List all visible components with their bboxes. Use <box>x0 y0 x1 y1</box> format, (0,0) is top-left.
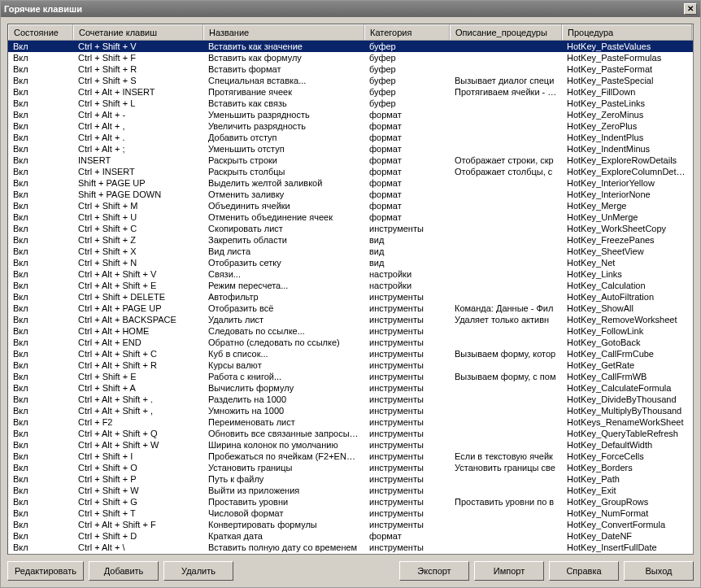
table-row[interactable]: ВклCtrl + Shift + CСкопировать листинстр… <box>8 223 693 234</box>
cell: HotKey_Borders <box>562 462 692 473</box>
table-row[interactable]: ВклCtrl + Shift + PПуть к файлуинструмен… <box>8 473 693 485</box>
table-row[interactable]: ВклCtrl + Shift + TЧисловой форматинстру… <box>8 507 693 519</box>
col-desc[interactable]: Описание_процедуры <box>450 24 562 40</box>
table-row[interactable]: ВклCtrl + Alt + \Вставить полную дату со… <box>8 542 693 553</box>
delete-button[interactable]: Удалить <box>163 561 233 581</box>
table-row[interactable]: ВклCtrl + Shift + LВставить как связьбуф… <box>8 98 693 109</box>
cell <box>450 109 562 120</box>
edit-button[interactable]: Редактировать <box>7 561 84 581</box>
table-row[interactable]: ВклCtrl + Shift + NОтобразить сеткувидHo… <box>8 257 693 268</box>
table-row[interactable]: ВклCtrl + Alt + Shift + QОбновить все св… <box>8 428 693 439</box>
col-name[interactable]: Название <box>203 24 364 40</box>
table-row[interactable]: ВклCtrl + Alt + BACKSPACEУдалить листинс… <box>8 314 693 325</box>
table-body[interactable]: ВклCtrl + Shift + VВставить как значение… <box>8 41 693 554</box>
table-row[interactable]: ВклCtrl + Alt + INSERTПротягивание ячеек… <box>8 86 693 98</box>
export-button[interactable]: Экспорт <box>399 561 469 581</box>
table-row[interactable]: ВклCtrl + Alt + Shift + VСвязи...настрой… <box>8 268 693 280</box>
col-proc[interactable]: Процедура <box>562 24 692 40</box>
cell: Ctrl + Alt + BACKSPACE <box>73 314 203 325</box>
table-row[interactable]: ВклCtrl + Alt + ,Увеличить разрядностьфо… <box>8 120 693 132</box>
cell <box>450 359 562 371</box>
cell: Ctrl + Alt + Shift + W <box>73 439 203 451</box>
cell: Специальная вставка... <box>203 75 364 86</box>
cell: Отображает столбцы, с <box>450 166 562 177</box>
table-row[interactable]: ВклCtrl + Shift + DКраткая датаформатHot… <box>8 530 693 542</box>
cell: Ctrl + INSERT <box>73 166 203 177</box>
table-row[interactable]: ВклCtrl + Shift + MОбъединить ячейкиформ… <box>8 200 693 211</box>
cell <box>450 291 562 303</box>
cell: Установить границы <box>203 462 364 473</box>
hotkeys-window: Горячие клавиши ✕ Состояние Сочетание кл… <box>0 0 701 588</box>
cell: Ctrl + Alt + Shift + C <box>73 348 203 359</box>
table-row[interactable]: ВклCtrl + Alt + ENDОбратно (следовать по… <box>8 337 693 348</box>
import-button[interactable]: Импорт <box>474 561 544 581</box>
cell: Автофильтр по выделению <box>203 553 364 554</box>
table-row[interactable]: ВклCtrl + Shift + EРабота с книгой...инс… <box>8 371 693 382</box>
cell: Следовать по ссылке... <box>203 325 364 337</box>
cell <box>450 530 562 542</box>
table-row[interactable]: ВклCtrl + INSERTРаскрыть столбцыформатОт… <box>8 166 693 177</box>
table-row[interactable]: ВклCtrl + Shift + ZЗакрепить областивидH… <box>8 234 693 246</box>
help-button[interactable]: Справка <box>549 561 619 581</box>
table-row[interactable]: ВклCtrl + Shift + IПробежаться по ячейка… <box>8 451 693 462</box>
table-row[interactable]: ВклCtrl + Alt + HOMEСледовать по ссылке.… <box>8 325 693 337</box>
col-state[interactable]: Состояние <box>8 24 73 40</box>
cell: Вкл <box>8 120 73 132</box>
col-combo[interactable]: Сочетание клавиш <box>73 24 203 40</box>
table-row[interactable]: ВклCtrl + Alt + -Уменьшить разрядностьфо… <box>8 109 693 120</box>
cell <box>450 177 562 189</box>
cell: HotKey_CallFrmCube <box>562 348 692 359</box>
cell: Установить границы све <box>450 462 562 473</box>
table-row[interactable]: ВклCtrl + Shift + FВставить как формулуб… <box>8 52 693 63</box>
table-row[interactable]: ВклCtrl + Alt + PAGE UPОтобразить всёинс… <box>8 303 693 314</box>
titlebar: Горячие клавиши ✕ <box>1 1 700 17</box>
table-row[interactable]: ВклCtrl + Alt + Shift + RКурсы валютинст… <box>8 359 693 371</box>
cell <box>450 325 562 337</box>
cell: Вкл <box>8 280 73 291</box>
table-row[interactable]: ВклCtrl + Alt + Shift + FКонвертировать … <box>8 519 693 530</box>
cell: Протягиваем ячейки - ан <box>450 86 562 98</box>
cell: Ctrl + Alt + INSERT <box>73 86 203 98</box>
table-row[interactable]: ВклShift + PAGE DOWNОтменить заливкуформ… <box>8 189 693 200</box>
cell <box>450 41 562 52</box>
table-row[interactable]: ВклCtrl + Alt + ;Уменьшить отступформатH… <box>8 143 693 155</box>
cell: Ctrl + Alt + PAGE DOWN <box>73 553 203 554</box>
cell: Отобразить сетку <box>203 257 364 268</box>
cell: Разделить на 1000 <box>203 394 364 405</box>
cell: формат <box>364 132 450 143</box>
exit-button[interactable]: Выход <box>624 561 694 581</box>
cell: Ctrl + Shift + R <box>73 63 203 75</box>
table-row[interactable]: ВклCtrl + Alt + Shift + .Разделить на 10… <box>8 394 693 405</box>
cell: Путь к файлу <box>203 473 364 485</box>
table-row[interactable]: ВклShift + PAGE UPВыделить желтой заливк… <box>8 177 693 189</box>
table-row[interactable]: ВклCtrl + Alt + Shift + WШирина колонок … <box>8 439 693 451</box>
cell <box>450 234 562 246</box>
cell: Ctrl + Alt + ; <box>73 143 203 155</box>
table-row[interactable]: ВклCtrl + Shift + UОтменить объединение … <box>8 211 693 223</box>
cell: Вкл <box>8 337 73 348</box>
add-button[interactable]: Добавить <box>89 561 159 581</box>
table-row[interactable]: ВклCtrl + Shift + RВставить форматбуферH… <box>8 63 693 75</box>
cell: Удалить лист <box>203 314 364 325</box>
table-row[interactable]: ВклCtrl + Shift + GПроставить уровниинст… <box>8 496 693 507</box>
table-row[interactable]: ВклCtrl + Shift + AВычислить формулуинст… <box>8 382 693 394</box>
table-row[interactable]: ВклCtrl + Shift + OУстановить границыинс… <box>8 462 693 473</box>
table-row[interactable]: ВклCtrl + Alt + PAGE DOWNАвтофильтр по в… <box>8 553 693 554</box>
table-row[interactable]: ВклCtrl + Alt + Shift + EРежим пересчета… <box>8 280 693 291</box>
table-row[interactable]: ВклCtrl + Alt + .Добавить отступформатHo… <box>8 132 693 143</box>
cell: инструменты <box>364 553 450 554</box>
cell <box>450 394 562 405</box>
col-category[interactable]: Категория <box>364 24 450 40</box>
table-row[interactable]: ВклCtrl + Shift + XВид листавидHotKey_Sh… <box>8 246 693 257</box>
table-row[interactable]: ВклCtrl + Shift + WВыйти из приложенияин… <box>8 485 693 496</box>
table-row[interactable]: ВклINSERTРаскрыть строкиформатОтображает… <box>8 155 693 166</box>
cell: Вкл <box>8 189 73 200</box>
table-row[interactable]: ВклCtrl + Shift + DELETEАвтофильтринстру… <box>8 291 693 303</box>
table-row[interactable]: ВклCtrl + Alt + Shift + ,Умножить на 100… <box>8 405 693 416</box>
close-icon[interactable]: ✕ <box>684 3 697 15</box>
cell: HotKey_ZeroPlus <box>562 120 692 132</box>
table-row[interactable]: ВклCtrl + Shift + SСпециальная вставка..… <box>8 75 693 86</box>
table-row[interactable]: ВклCtrl + Alt + Shift + CКуб в список...… <box>8 348 693 359</box>
table-row[interactable]: ВклCtrl + Shift + VВставить как значение… <box>8 41 693 52</box>
table-row[interactable]: ВклCtrl + F2Переименовать листинструмент… <box>8 416 693 428</box>
